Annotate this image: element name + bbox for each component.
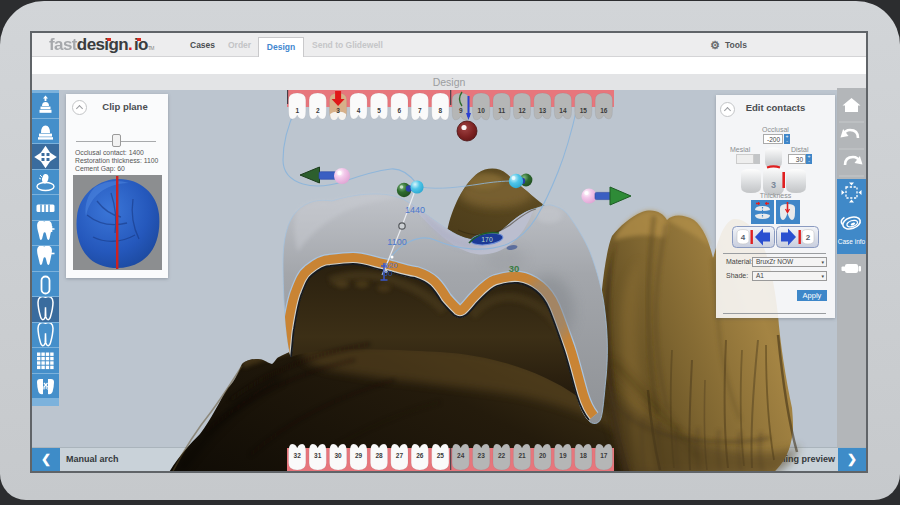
svg-text:1440: 1440 <box>405 205 425 215</box>
svg-text:Case info: Case info <box>838 238 866 245</box>
svg-text:60: 60 <box>384 269 393 278</box>
svg-text:2: 2 <box>806 233 811 242</box>
svg-text:30: 30 <box>509 263 520 274</box>
svg-text:1100: 1100 <box>387 237 406 247</box>
svg-text:4: 4 <box>741 233 746 242</box>
svg-text:3: 3 <box>771 180 776 190</box>
